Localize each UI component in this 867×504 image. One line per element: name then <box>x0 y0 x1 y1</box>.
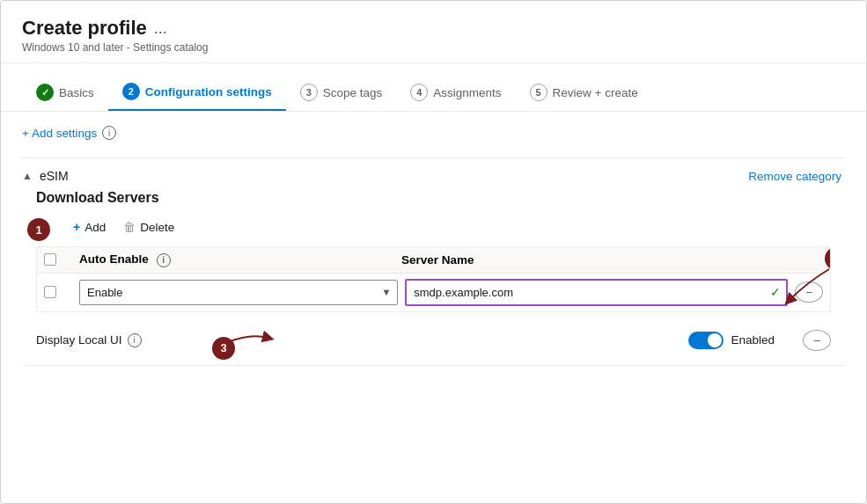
toolbar: + Add 🗑 Delete <box>36 216 831 237</box>
content-area: + Add settings i ▲ eSIM Remove category … <box>1 112 866 380</box>
display-local-label: Display Local UI <box>36 333 122 347</box>
plus-icon: + <box>73 220 80 234</box>
header: Create profile ... Windows 10 and later … <box>1 1 866 63</box>
add-settings-info-icon[interactable]: i <box>102 126 116 140</box>
delete-label: Delete <box>140 221 174 234</box>
remove-category-button[interactable]: Remove category <box>748 170 845 183</box>
display-local-status: Enabled <box>731 333 775 347</box>
add-settings-link[interactable]: + Add settings <box>22 127 97 140</box>
bottom-divider <box>22 365 845 366</box>
tab-review-circle: 5 <box>530 84 547 101</box>
server-input-wrapper: ✓ <box>405 279 788 306</box>
page-subtitle: Windows 10 and later - Settings catalog <box>22 41 845 54</box>
remove-display-local-button[interactable]: − <box>803 330 831 351</box>
toggle-knob <box>708 333 722 347</box>
section-title: Download Servers <box>36 190 845 206</box>
annotation-3-arrow <box>228 325 281 351</box>
server-input-check-icon: ✓ <box>770 285 781 299</box>
annotation-1: 1 <box>27 218 50 241</box>
delete-button[interactable]: 🗑 Delete <box>121 216 176 237</box>
table-row: Enable ▼ ✓ − 2 <box>37 274 830 311</box>
display-local-toggle[interactable] <box>688 332 724 349</box>
more-options-button[interactable]: ... <box>154 19 167 38</box>
tab-assignments-circle: 4 <box>410 84 428 101</box>
settings-table: Auto Enable i Server Name <box>36 246 831 312</box>
tab-configuration[interactable]: 2 Configuration settings <box>108 76 286 111</box>
tab-scope-circle: 3 <box>300 84 318 101</box>
tab-basics-circle: ✓ <box>36 84 54 101</box>
category-left: ▲ eSIM <box>22 169 69 183</box>
delete-icon: 🗑 <box>123 220 136 234</box>
tabs-bar: ✓ Basics 2 Configuration settings 3 Scop… <box>1 63 866 112</box>
enable-select[interactable]: Enable <box>79 280 398 305</box>
display-local-row: Display Local UI i 3 <box>36 323 831 358</box>
tab-scope-label: Scope tags <box>323 86 383 99</box>
tab-assignments[interactable]: 4 Assignments <box>396 77 515 110</box>
col-check-header <box>44 253 72 266</box>
annotations-area: 1 + Add 🗑 Delete <box>22 216 845 358</box>
row-checkbox-wrapper <box>44 286 72 298</box>
auto-enable-info-icon[interactable]: i <box>157 253 171 267</box>
tab-basics-label: Basics <box>59 86 94 99</box>
category-name: eSIM <box>40 169 69 183</box>
col-auto-enable-header: Auto Enable i <box>79 252 401 267</box>
header-checkbox[interactable] <box>44 253 56 266</box>
display-local-right: 3 <box>688 330 831 351</box>
tab-configuration-circle: 2 <box>122 83 140 100</box>
category-chevron-icon[interactable]: ▲ <box>22 170 33 182</box>
page-title: Create profile <box>22 17 147 40</box>
annotation-3: 3 <box>212 337 235 360</box>
tab-review[interactable]: 5 Review + create <box>516 77 652 110</box>
table-header: Auto Enable i Server Name <box>37 247 830 274</box>
add-button[interactable]: + Add <box>71 216 107 237</box>
tab-basics[interactable]: ✓ Basics <box>22 77 108 110</box>
enable-select-wrapper: Enable ▼ <box>79 280 398 305</box>
display-local-info-icon[interactable]: i <box>128 333 142 347</box>
col-server-name-header: Server Name <box>401 253 788 267</box>
tab-review-label: Review + create <box>553 86 638 99</box>
server-name-input[interactable] <box>405 279 788 306</box>
tab-configuration-label: Configuration settings <box>145 85 272 99</box>
window: Create profile ... Windows 10 and later … <box>0 0 867 504</box>
add-label: Add <box>84 221 106 234</box>
category-header: ▲ eSIM Remove category <box>22 169 845 183</box>
toggle-wrapper: 3 <box>688 332 775 349</box>
tab-assignments-label: Assignments <box>433 86 501 99</box>
remove-row-button[interactable]: − <box>795 281 823 303</box>
category-section: ▲ eSIM Remove category Download Servers … <box>22 157 845 358</box>
tab-scope[interactable]: 3 Scope tags <box>286 77 397 110</box>
display-local-left: Display Local UI i <box>36 333 142 347</box>
add-settings-row: + Add settings i <box>22 126 845 140</box>
row-checkbox[interactable] <box>44 286 56 298</box>
